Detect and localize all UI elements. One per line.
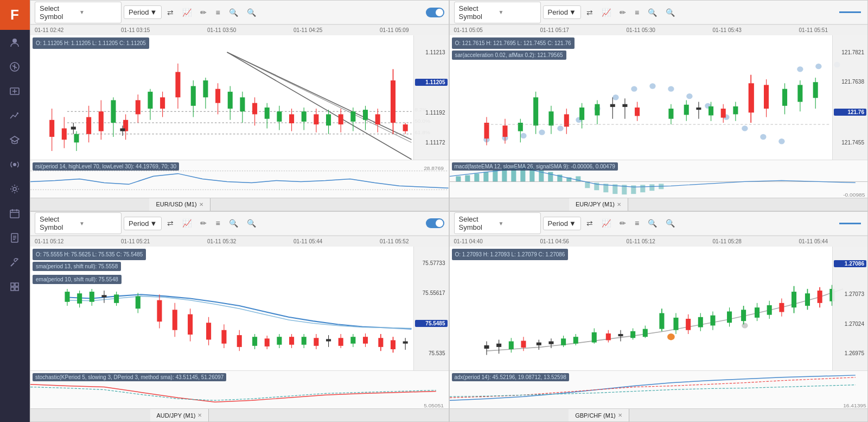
period-btn-3[interactable]: Period ▼: [124, 217, 162, 230]
svg-rect-148: [764, 85, 769, 109]
svg-rect-146: [748, 83, 754, 112]
sidebar-item-balance[interactable]: [0, 54, 30, 79]
zoom-in-btn-2[interactable]: 🔍: [662, 6, 678, 19]
lines-btn-1[interactable]: ≡: [212, 6, 223, 19]
chart-tab-eurusd[interactable]: EUR/USD (M1) ✕: [149, 198, 210, 211]
symbol-select-arrow-2: ▼: [499, 9, 536, 15]
sidebar-item-trade[interactable]: [0, 79, 30, 103]
chart-toggle-1[interactable]: [426, 8, 444, 17]
svg-rect-159: [456, 176, 461, 181]
line-chart-btn-3[interactable]: 📈: [179, 217, 195, 230]
sidebar-item-grid[interactable]: [0, 274, 30, 299]
svg-point-98: [557, 125, 563, 131]
chart-area-4[interactable]: O: 1.27093 H: 1.27093 L: 1.27079 C: 1.27…: [450, 247, 868, 371]
zoom-in-btn-4[interactable]: 🔍: [662, 217, 678, 230]
svg-rect-197: [157, 300, 162, 321]
period-btn-4[interactable]: Period ▼: [543, 217, 581, 230]
svg-point-110: [778, 138, 784, 144]
main-content: Select Symbol ▼ Period ▼ ⇄ 📈 ✏ ≡ 🔍 🔍 01-…: [30, 0, 868, 422]
pencil-btn-1[interactable]: ✏: [197, 6, 210, 19]
svg-rect-231: [391, 340, 395, 349]
time-labels-1: 01-11 02:42 01-11 03:15 01-11 03:50 01-1…: [35, 27, 444, 33]
svg-rect-266: [673, 317, 678, 330]
line-chart-btn-2[interactable]: 📈: [598, 6, 614, 19]
svg-rect-120: [548, 111, 553, 125]
swap-btn-4[interactable]: ⇄: [583, 217, 596, 230]
symbol-select-arrow-1: ▼: [79, 9, 117, 15]
sidebar-item-tools[interactable]: [0, 250, 30, 274]
chart-tab-gbpchf[interactable]: GBP/CHF (M1) ✕: [569, 409, 629, 421]
indicator-panel-4: adx(period 14): 45.52196, 19.08712, 13.5…: [450, 370, 868, 408]
svg-rect-223: [339, 338, 343, 346]
lines-btn-4[interactable]: ≡: [631, 217, 642, 230]
indicator-info-2: sar(acceleration 0.02, afMax 0.2): 121.7…: [452, 51, 566, 60]
chart-toggle-3[interactable]: [426, 218, 444, 228]
swap-btn-1[interactable]: ⇄: [164, 6, 177, 19]
svg-rect-68: [289, 114, 294, 123]
lines-btn-2[interactable]: ≡: [631, 6, 642, 19]
tab-close-4[interactable]: ✕: [618, 412, 622, 418]
pencil-btn-4[interactable]: ✏: [616, 217, 629, 230]
svg-text:5.05051: 5.05051: [424, 403, 444, 408]
period-arrow-2: ▼: [569, 8, 576, 16]
pencil-btn-2[interactable]: ✏: [616, 6, 629, 19]
svg-text:-0.00985: -0.00985: [843, 192, 865, 197]
zoom-in-btn-3[interactable]: 🔍: [244, 217, 259, 230]
svg-rect-114: [502, 125, 507, 137]
chart-svg-4: [450, 247, 868, 371]
symbol-select-arrow-3: ▼: [79, 221, 117, 226]
svg-rect-60: [240, 97, 245, 111]
svg-point-6: [13, 187, 16, 191]
sidebar-item-user[interactable]: [0, 30, 30, 54]
period-arrow-3: ▼: [150, 219, 157, 228]
svg-rect-246: [536, 342, 541, 345]
indicator-label-1: rsi(period 14, highLevel 70, lowLevel 30…: [33, 162, 179, 171]
tab-close-3[interactable]: ✕: [197, 412, 202, 418]
chart-tab-audjpy[interactable]: AUD/JPY (M1) ✕: [150, 409, 209, 421]
zoom-out-btn-4[interactable]: 🔍: [644, 217, 660, 230]
svg-rect-126: [595, 104, 599, 116]
symbol-select-arrow-4: ▼: [499, 221, 536, 226]
sidebar-item-education[interactable]: [0, 128, 30, 152]
svg-point-236: [742, 323, 748, 328]
svg-rect-217: [302, 337, 307, 345]
tab-close-1[interactable]: ✕: [199, 201, 203, 207]
tab-close-2[interactable]: ✕: [617, 201, 621, 207]
zoom-in-btn-1[interactable]: 🔍: [244, 6, 259, 19]
chart-area-1[interactable]: O: 1.11205 H: 1.11205 L: 1.11205 C: 1.11…: [30, 35, 449, 160]
period-btn-2[interactable]: Period ▼: [543, 5, 581, 19]
line-chart-btn-4[interactable]: 📈: [598, 217, 614, 230]
svg-point-103: [649, 83, 655, 89]
lines-btn-3[interactable]: ≡: [212, 217, 223, 230]
svg-line-27: [227, 52, 412, 140]
zoom-out-btn-3[interactable]: 🔍: [226, 217, 241, 230]
svg-rect-82: [375, 114, 380, 124]
symbol-select-4[interactable]: Select Symbol ▼: [454, 212, 541, 234]
sidebar-item-settings[interactable]: [0, 177, 30, 201]
sidebar-item-document[interactable]: [0, 225, 30, 250]
zoom-out-btn-1[interactable]: 🔍: [226, 6, 241, 19]
symbol-select-3[interactable]: Select Symbol ▼: [35, 212, 122, 234]
chart-tab-eurjpy[interactable]: EUR/JPY (M1) ✕: [569, 198, 628, 211]
svg-rect-62: [252, 103, 257, 115]
svg-rect-272: [710, 315, 715, 325]
sidebar: F: [0, 0, 30, 422]
chart-area-3[interactable]: O: 75.5555 H: 75.5625 L: 75.535 C: 75.54…: [30, 247, 449, 371]
period-btn-1[interactable]: Period ▼: [124, 5, 162, 19]
line-chart-btn-1[interactable]: 📈: [179, 6, 195, 19]
chart-tab-bar-2: EUR/JPY (M1) ✕: [450, 198, 868, 211]
sidebar-item-signals[interactable]: [0, 152, 30, 177]
sidebar-item-calendar[interactable]: [0, 201, 30, 225]
svg-rect-52: [191, 86, 196, 105]
chart-panel-2: Select Symbol ▼ Period ▼ ⇄ 📈 ✏ ≡ 🔍 🔍 01-…: [449, 0, 869, 211]
swap-btn-3[interactable]: ⇄: [164, 217, 177, 230]
svg-rect-286: [805, 293, 809, 306]
swap-btn-2[interactable]: ⇄: [583, 6, 596, 19]
chart-area-2[interactable]: O: 121.7615 H: 121.7695 L: 121.7455 C: 1…: [450, 35, 868, 160]
pencil-btn-3[interactable]: ✏: [197, 217, 210, 230]
svg-rect-252: [573, 337, 578, 343]
symbol-select-1[interactable]: Select Symbol ▼: [35, 2, 122, 23]
zoom-out-btn-2[interactable]: 🔍: [644, 6, 660, 19]
sidebar-item-chart[interactable]: [0, 103, 30, 128]
symbol-select-2[interactable]: Select Symbol ▼: [454, 2, 541, 23]
